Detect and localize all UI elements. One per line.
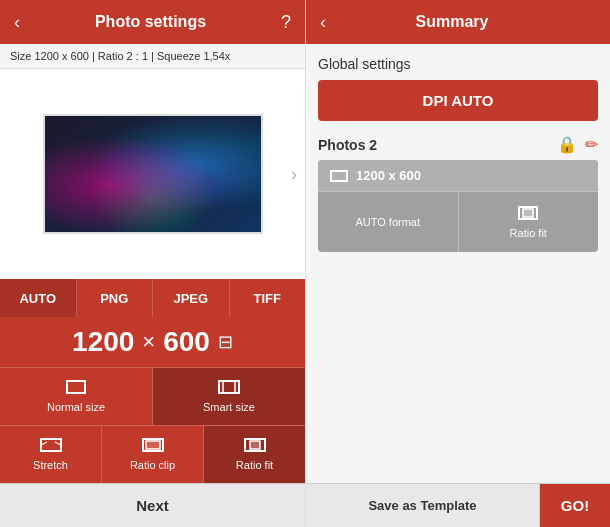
right-panel: ‹ Summary Global settings DPI AUTO Photo… [305,0,610,527]
back-icon-left[interactable]: ‹ [14,12,20,33]
ratio-clip-button[interactable]: Ratio clip [102,426,204,483]
save-template-button[interactable]: Save as Template [306,484,540,527]
format-tabs: AUTO PNG JPEG TIFF [0,279,305,317]
left-header: ‹ Photo settings ? [0,0,305,44]
svg-rect-11 [331,171,347,181]
smart-size-label: Smart size [203,401,255,413]
svg-rect-4 [41,439,61,451]
ratio-fit-button[interactable]: Ratio fit [204,426,305,483]
ratio-fit-card-label: Ratio fit [510,227,547,239]
info-bar-text: Size 1200 x 600 | Ratio 2 : 1 | Squeeze … [10,50,230,62]
stretch-button[interactable]: Stretch [0,426,102,483]
transform-row: Stretch Ratio clip Ratio fit [0,425,305,483]
global-settings-label: Global settings [318,56,598,72]
photo-detail-card: 1200 x 600 AUTO format Ratio fit [318,160,598,252]
photo-card-size: 1200 x 600 [318,160,598,192]
ratio-fit-option[interactable]: Ratio fit [459,192,599,252]
preview-area: › [0,69,305,279]
left-panel-title: Photo settings [95,13,206,31]
aspect-ratio-icon: ⊟ [218,331,233,353]
ratio-fit-card-icon [518,206,538,223]
help-icon[interactable]: ? [281,12,291,33]
svg-rect-1 [219,381,239,393]
format-tab-tiff[interactable]: TIFF [230,279,306,317]
height-value[interactable]: 600 [163,326,210,358]
ratio-fit-label: Ratio fit [236,459,273,471]
dimension-x-separator: × [142,329,155,355]
left-panel: ‹ Photo settings ? Size 1200 x 600 | Rat… [0,0,305,527]
width-value[interactable]: 1200 [72,326,134,358]
ratio-clip-icon [142,438,164,456]
right-footer: Save as Template GO! [306,483,610,527]
next-button[interactable]: Next [136,497,169,514]
back-icon-right[interactable]: ‹ [320,12,326,33]
normal-size-button[interactable]: Normal size [0,368,153,425]
auto-format-option[interactable]: AUTO format [318,192,459,252]
edit-icon[interactable]: ✏ [585,135,598,154]
stretch-label: Stretch [33,459,68,471]
left-footer: Next [0,483,305,527]
svg-rect-0 [67,381,85,393]
right-header: ‹ Summary [306,0,610,44]
photos-section-header: Photos 2 🔒 ✏ [318,135,598,154]
photos-label: Photos 2 [318,137,377,153]
ratio-clip-label: Ratio clip [130,459,175,471]
svg-rect-8 [146,441,160,449]
stretch-icon [40,438,62,456]
right-panel-title: Summary [416,13,489,31]
svg-rect-10 [250,441,260,449]
smart-size-button[interactable]: Smart size [153,368,305,425]
ratio-fit-icon [244,438,266,456]
dimension-bar: 1200 × 600 ⊟ [0,317,305,367]
normal-size-icon [66,380,86,398]
auto-format-label: AUTO format [355,216,420,228]
photo-size-label: 1200 x 600 [356,168,421,183]
preview-image [43,114,263,234]
dpi-auto-button[interactable]: DPI AUTO [318,80,598,121]
format-tab-auto[interactable]: AUTO [0,279,77,317]
format-tab-png[interactable]: PNG [77,279,154,317]
size-mode-row: Normal size Smart size [0,367,305,425]
svg-rect-13 [523,209,533,217]
photos-icons: 🔒 ✏ [557,135,598,154]
normal-size-label: Normal size [47,401,105,413]
go-button[interactable]: GO! [540,484,610,527]
format-tab-jpeg[interactable]: JPEG [153,279,230,317]
lock-icon[interactable]: 🔒 [557,135,577,154]
right-content: Global settings DPI AUTO Photos 2 🔒 ✏ 12… [306,44,610,483]
smart-size-icon [218,380,240,398]
preview-arrow-icon[interactable]: › [291,164,297,185]
photo-card-options: AUTO format Ratio fit [318,192,598,252]
size-rect-icon [330,170,348,182]
info-bar: Size 1200 x 600 | Ratio 2 : 1 | Squeeze … [0,44,305,69]
